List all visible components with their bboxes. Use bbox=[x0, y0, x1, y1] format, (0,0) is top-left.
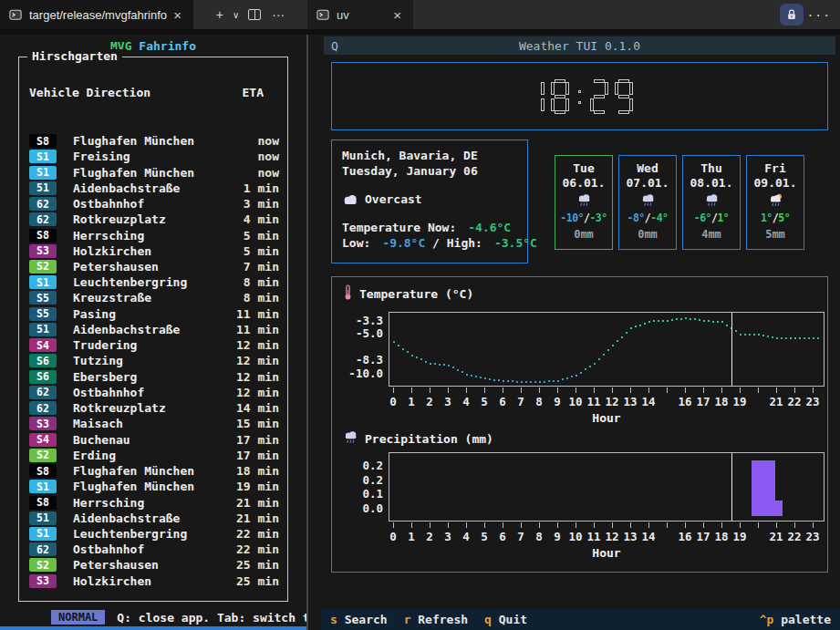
line-badge: S1 bbox=[29, 150, 57, 163]
departure-row: S8Flughafen München18 min bbox=[29, 463, 279, 479]
board-header: Vehicle Direction ETA bbox=[29, 86, 264, 99]
forecast-card-tue[interactable]: Tue06.01.-10°/-3°0mm bbox=[555, 155, 613, 250]
eta: 22 min bbox=[236, 542, 279, 556]
eta: 14 min bbox=[236, 401, 279, 415]
departure-row: S2Erding17 min bbox=[29, 448, 279, 463]
y-tick-label: 0.0 bbox=[336, 501, 383, 515]
departure-row: S8Herrsching5 min bbox=[29, 227, 279, 243]
departure-row: S2Petershausen25 min bbox=[29, 557, 279, 573]
y-tick-label: 0.2 bbox=[336, 473, 383, 487]
departure-row: S8Flughafen Münchennow bbox=[29, 133, 279, 149]
direction: Ebersberg bbox=[73, 370, 137, 384]
forecast-temps: 1°/5° bbox=[747, 212, 804, 226]
direction: Buchenau bbox=[73, 433, 130, 447]
departure-row: S4Trudering12 min bbox=[29, 337, 279, 353]
low-value: -9.8°C bbox=[382, 236, 425, 250]
split-pane-button[interactable] bbox=[243, 9, 266, 20]
line-badge: S1 bbox=[29, 480, 57, 493]
direction: Holzkirchen bbox=[73, 244, 151, 258]
new-tab-button[interactable]: + bbox=[211, 7, 229, 22]
mvg-pane[interactable]: MVG Fahrinfo Hirschgarten Vehicle Direct… bbox=[0, 35, 306, 630]
direction: Tutzing bbox=[73, 354, 123, 367]
tab-uv[interactable]: uv × bbox=[307, 0, 413, 29]
chevron-down-icon[interactable]: ∨ bbox=[229, 10, 243, 20]
line-badge: 51 bbox=[29, 511, 57, 525]
eta: 11 min bbox=[236, 307, 279, 321]
forecast-card-fri[interactable]: Fri09.01.1°/5°5mm bbox=[746, 155, 804, 250]
tab-more-button[interactable]: ··· bbox=[266, 7, 290, 22]
sun-rain-cloud-icon bbox=[747, 191, 804, 210]
forecast-card-wed[interactable]: Wed07.01.-8°/-4°0mm bbox=[618, 155, 677, 250]
eta: 5 min bbox=[244, 229, 279, 243]
line-badge: S2 bbox=[29, 449, 57, 462]
departure-row: S8Herrsching21 min bbox=[29, 494, 279, 510]
departure-row: S3Holzkirchen5 min bbox=[29, 243, 279, 259]
high-label: High: bbox=[447, 236, 482, 250]
line-badge: S2 bbox=[29, 260, 57, 274]
eta: 5 min bbox=[244, 244, 279, 258]
line-badge: S6 bbox=[29, 370, 57, 384]
forecast-temps: -6°/1° bbox=[683, 212, 740, 226]
departure-row: 62Rotkreuzplatz4 min bbox=[29, 212, 279, 227]
departure-row: S5Kreuzstraße8 min bbox=[29, 290, 279, 305]
departure-row: S1Flughafen Münchennow bbox=[29, 164, 279, 180]
eta: 21 min bbox=[236, 496, 279, 510]
departure-row: S6Tutzing12 min bbox=[29, 353, 279, 368]
x-tick-label: 23 bbox=[801, 530, 824, 543]
eta: 25 min bbox=[236, 558, 279, 572]
line-badge: S3 bbox=[29, 244, 57, 258]
terminal-icon bbox=[316, 8, 329, 21]
x-tick-label: 19 bbox=[728, 530, 752, 543]
eta: 17 min bbox=[236, 449, 279, 462]
chart-plot bbox=[389, 312, 824, 387]
line-badge: 62 bbox=[29, 542, 57, 556]
window-more-button[interactable]: ··· bbox=[807, 0, 831, 29]
chart-title: Temperature (°C) bbox=[343, 284, 473, 303]
forecast-card-thu[interactable]: Thu08.01.-6°/1°4mm bbox=[682, 155, 741, 250]
departure-row: S2Petershausen7 min bbox=[29, 259, 279, 274]
direction: Leuchtenbergring bbox=[73, 527, 187, 541]
weather-status-bar: s Search r Refresh q Quit ^p palette bbox=[321, 609, 840, 630]
forecast-temps: -8°/-4° bbox=[619, 212, 676, 226]
clock-digit bbox=[551, 79, 569, 114]
departure-row: 62Ostbahnhof22 min bbox=[29, 542, 279, 557]
forecast-precip: 4mm bbox=[683, 228, 740, 243]
vehicle-direction-header: Vehicle Direction bbox=[29, 86, 150, 99]
departure-board: Hirschgarten Vehicle Direction ETA S8Flu… bbox=[18, 57, 288, 602]
lock-button[interactable] bbox=[780, 4, 804, 26]
line-badge: S1 bbox=[29, 166, 57, 180]
precipitation-bar bbox=[775, 501, 783, 516]
line-badge: S8 bbox=[29, 134, 57, 148]
direction: Rotkreuzplatz bbox=[73, 212, 166, 226]
departure-row: S4Buchenau17 min bbox=[29, 431, 279, 447]
palette-hint: ^p palette bbox=[760, 613, 831, 626]
current-weather-box: Munich, Bavaria, DE Tuesday, January 06 … bbox=[331, 139, 528, 263]
weather-pane[interactable]: Q Weather TUI 0.1.0 Munich, Bavaria, DE … bbox=[308, 35, 840, 630]
departure-row: S5Pasing11 min bbox=[29, 306, 279, 322]
y-tick-label: -8.3 bbox=[336, 353, 383, 367]
departure-row: S3Maisach15 min bbox=[29, 416, 279, 431]
clock-digit bbox=[590, 79, 608, 114]
y-tick-label: -10.0 bbox=[336, 367, 383, 380]
direction: Maisach bbox=[73, 417, 123, 430]
close-tab-icon[interactable]: × bbox=[171, 8, 184, 22]
line-badge: S3 bbox=[29, 417, 57, 430]
x-tick-label: 14 bbox=[637, 530, 660, 543]
close-tab-icon[interactable]: × bbox=[390, 8, 404, 22]
direction: Aidenbachstraße bbox=[73, 511, 180, 525]
direction: Pasing bbox=[73, 307, 116, 321]
line-badge: 62 bbox=[29, 197, 57, 211]
quit-hint: q Quit bbox=[484, 613, 527, 626]
thermometer-icon bbox=[343, 284, 353, 303]
direction: Rotkreuzplatz bbox=[73, 401, 166, 415]
line-badge: 51 bbox=[29, 181, 57, 195]
eta: 12 min bbox=[236, 386, 279, 399]
mode-badge: NORMAL bbox=[51, 610, 105, 625]
chart-plot bbox=[389, 452, 824, 522]
departure-list: S8Flughafen MünchennowS1FreisingnowS1Flu… bbox=[29, 133, 279, 589]
line-badge: 51 bbox=[29, 323, 57, 336]
departure-row: S1Flughafen München19 min bbox=[29, 479, 279, 494]
tab-mvgfahrinfo[interactable]: target/release/mvgfahrinfo × bbox=[0, 0, 193, 29]
direction: Aidenbachstraße bbox=[73, 181, 180, 195]
direction: Erding bbox=[73, 449, 116, 462]
